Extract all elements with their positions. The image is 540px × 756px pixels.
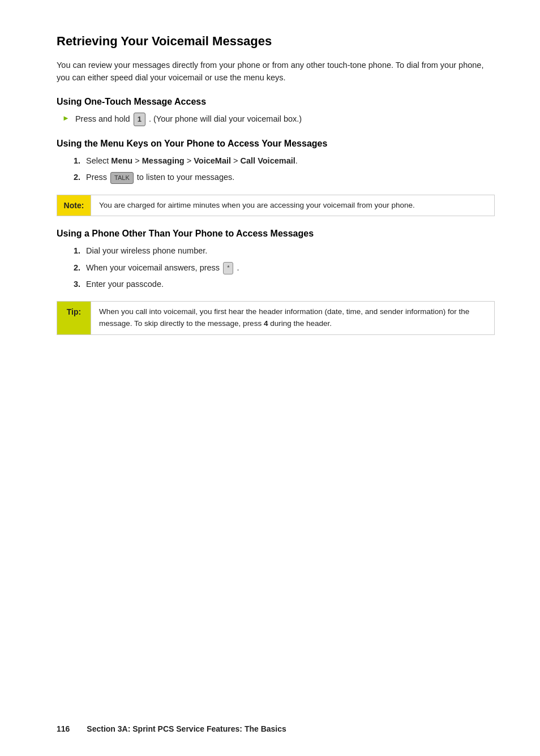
footer-page-number: 116	[57, 724, 70, 733]
tip-content: When you call into voicemail, you first …	[91, 302, 494, 334]
menu-keys-list: 1. Select Menu > Messaging > VoiceMail >…	[74, 154, 495, 184]
step-text-op-3: Enter your passcode.	[86, 278, 164, 291]
voicemail-key-icon	[134, 113, 145, 126]
other-phone-item-2: 2. When your voicemail answers, press * …	[74, 261, 495, 274]
section-other-phone: Using a Phone Other Than Your Phone to A…	[57, 229, 495, 334]
other-phone-list: 1. Dial your wireless phone number. 2. W…	[74, 244, 495, 291]
section-menu-keys: Using the Menu Keys on Your Phone to Acc…	[57, 139, 495, 216]
step-text-1: Select Menu > Messaging > VoiceMail > Ca…	[86, 154, 298, 167]
intro-paragraph: You can review your messages directly fr…	[57, 59, 495, 84]
step-number-1: 1.	[74, 154, 86, 167]
tip-label: Tip:	[57, 302, 91, 334]
page-title: Retrieving Your Voicemail Messages	[57, 34, 495, 49]
bullet-item-1: ► Press and hold . (Your phone will dial…	[62, 113, 495, 126]
step-text-2: Press TALK to listen to your messages.	[86, 171, 234, 184]
bullet-arrow-icon: ►	[62, 114, 70, 122]
section-menu-keys-heading: Using the Menu Keys on Your Phone to Acc…	[57, 139, 495, 149]
step-number-2: 2.	[74, 171, 86, 184]
menu-keys-item-2: 2. Press TALK to listen to your messages…	[74, 171, 495, 184]
other-phone-item-3: 3. Enter your passcode.	[74, 278, 495, 291]
step-number-op-2: 2.	[74, 261, 86, 274]
page-footer: 116 Section 3A: Sprint PCS Service Featu…	[57, 724, 495, 733]
step-text-op-2: When your voicemail answers, press * .	[86, 261, 239, 274]
menu-keys-item-1: 1. Select Menu > Messaging > VoiceMail >…	[74, 154, 495, 167]
talk-key-icon: TALK	[110, 172, 134, 184]
note-box: Note: You are charged for airtime minute…	[57, 195, 495, 217]
step-number-op-3: 3.	[74, 278, 86, 291]
note-label: Note:	[57, 195, 91, 216]
section-other-phone-heading: Using a Phone Other Than Your Phone to A…	[57, 229, 495, 239]
bullet-text-1: Press and hold . (Your phone will dial y…	[75, 113, 302, 126]
tip-box: Tip: When you call into voicemail, you f…	[57, 301, 495, 335]
other-phone-item-1: 1. Dial your wireless phone number.	[74, 244, 495, 257]
section-one-touch-heading: Using One-Touch Message Access	[57, 97, 495, 107]
star-key-icon: *	[223, 262, 233, 274]
step-number-op-1: 1.	[74, 244, 86, 257]
footer-section-text: Section 3A: Sprint PCS Service Features:…	[87, 724, 286, 733]
step-text-op-1: Dial your wireless phone number.	[86, 244, 207, 257]
note-content: You are charged for airtime minutes when…	[91, 195, 423, 216]
section-one-touch: Using One-Touch Message Access ► Press a…	[57, 97, 495, 126]
